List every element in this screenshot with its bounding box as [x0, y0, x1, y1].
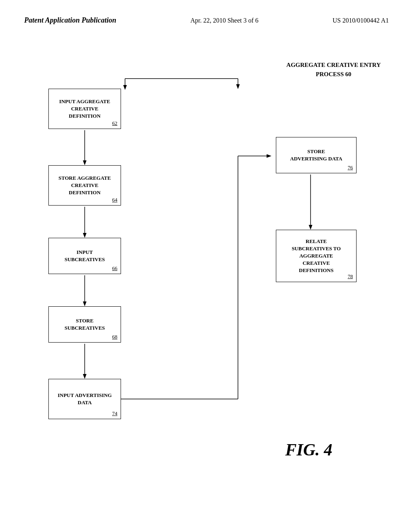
box-66-text: INPUT SUBCREATIVES — [65, 249, 105, 263]
box-62-text: INPUT AGGREGATE CREATIVE DEFINITION — [59, 98, 110, 120]
header-publication-label: Patent Application Publication — [24, 16, 116, 25]
page: Patent Application Publication Apr. 22, … — [0, 0, 413, 532]
box-62: INPUT AGGREGATE CREATIVE DEFINITION 62 — [48, 89, 121, 129]
page-header: Patent Application Publication Apr. 22, … — [0, 16, 413, 25]
box-62-number: 62 — [112, 120, 117, 127]
box-64-number: 64 — [112, 196, 117, 204]
header-patent-number: US 2010/0100442 A1 — [332, 17, 389, 24]
diagram-title: AGGREGATE CREATIVE ENTRY PROCESS 60 — [286, 60, 381, 79]
box-68: STORE SUBCREATIVES 68 — [48, 306, 121, 343]
box-68-number: 68 — [112, 333, 117, 341]
box-74-number: 74 — [112, 410, 117, 417]
figure-label: FIG. 4 — [285, 440, 332, 459]
box-74: INPUT ADVERTISING DATA 74 — [48, 379, 121, 419]
header-date-sheet: Apr. 22, 2010 Sheet 3 of 6 — [190, 17, 259, 24]
box-78: RELATE SUBCREATIVES TO AGGREGATE CREATIV… — [276, 230, 357, 282]
box-76-text: STORE ADVERTISING DATA — [290, 148, 342, 162]
box-68-text: STORE SUBCREATIVES — [65, 317, 105, 332]
box-76: STORE ADVERTISING DATA 76 — [276, 137, 357, 173]
box-76-number: 76 — [348, 164, 353, 171]
box-64-text: STORE AGGREGATE CREATIVE DEFINITION — [58, 175, 111, 197]
flowchart-diagram: AGGREGATE CREATIVE ENTRY PROCESS 60 — [24, 56, 389, 500]
box-78-number: 78 — [348, 273, 353, 280]
box-78-text: RELATE SUBCREATIVES TO AGGREGATE CREATIV… — [292, 238, 341, 274]
box-66-number: 66 — [112, 265, 117, 272]
box-64: STORE AGGREGATE CREATIVE DEFINITION 64 — [48, 165, 121, 206]
box-66: INPUT SUBCREATIVES 66 — [48, 238, 121, 274]
box-74-text: INPUT ADVERTISING DATA — [58, 392, 112, 406]
